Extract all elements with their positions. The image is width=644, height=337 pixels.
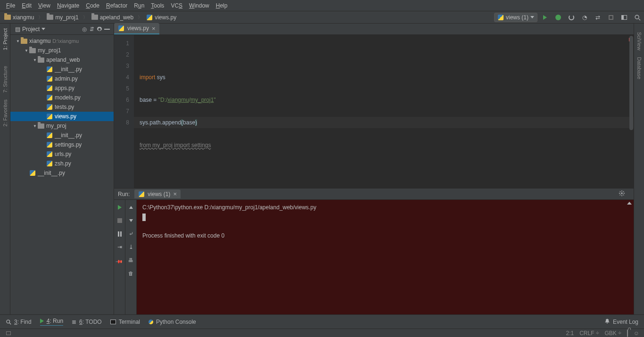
arrow-up-icon[interactable] [627, 202, 632, 205]
menu-view[interactable]: View [35, 0, 54, 11]
debug-button[interactable] [554, 14, 562, 21]
file-settings[interactable]: settings.py [10, 140, 114, 149]
toolwin-favorites[interactable]: 2: Favorites [2, 99, 8, 126]
tree-twisty[interactable] [41, 114, 46, 119]
gear-button[interactable] [619, 190, 625, 198]
project-tree[interactable]: xiangmuD:\xiangmumy_proj1apeland_web__in… [10, 35, 114, 314]
tree-twisty[interactable] [41, 85, 46, 91]
pin-button[interactable] [116, 256, 124, 264]
tree-twisty[interactable] [15, 38, 21, 44]
tree-twisty[interactable] [41, 132, 46, 138]
run-console[interactable]: C:\Python37\python.exe D:/xiangmu/my_pro… [137, 200, 634, 314]
menu-edit[interactable]: Edit [18, 0, 35, 11]
tree-twisty[interactable] [41, 104, 46, 110]
crumb-views-py[interactable]: views.py [136, 14, 178, 21]
editor-scrollbar[interactable] [629, 35, 634, 188]
toolwin-database[interactable]: Database [636, 57, 642, 79]
tree-twisty[interactable] [41, 151, 46, 157]
tool-todo[interactable]: ≣6: TODO [72, 319, 102, 325]
tree-twisty[interactable] [41, 66, 46, 72]
code-line-4[interactable] [140, 106, 628, 117]
file-tests[interactable]: tests.py [10, 102, 114, 112]
close-icon[interactable]: × [173, 190, 177, 197]
editor-tab-views[interactable]: views.py × [114, 23, 159, 34]
up-button[interactable] [127, 204, 135, 211]
editor-body[interactable]: 12345678 import sys base = "D:/xiangmu/m… [114, 35, 634, 188]
project-root[interactable]: xiangmuD:\xiangmu [10, 36, 114, 46]
menu-code[interactable]: Code [83, 0, 103, 11]
code-area[interactable]: import sys base = "D:/xiangmu/my_proj1" … [134, 35, 634, 188]
project-view-selector[interactable]: ▤ Project [13, 25, 47, 33]
menu-run[interactable]: Run [131, 0, 148, 11]
inspection-widget[interactable]: ☺ [634, 330, 639, 337]
attach-button[interactable]: ⇄ [594, 14, 602, 21]
code-line-2[interactable] [140, 83, 628, 94]
folder-myproj[interactable]: my_proj [10, 121, 114, 131]
scroll-to-end-button[interactable]: ⤓ [127, 243, 135, 251]
file-apps[interactable]: apps.py [10, 83, 114, 93]
run-tab[interactable]: views (1) × [134, 189, 181, 198]
crumb-apeland_web[interactable]: apeland_web [82, 14, 135, 21]
tree-twisty[interactable] [41, 161, 46, 166]
run-coverage-button[interactable] [568, 14, 575, 21]
tool-python-console[interactable]: Python Console [149, 319, 196, 325]
soft-wrap-button[interactable]: ⤶ [127, 230, 135, 238]
crumb-xiangmu[interactable]: xiangmu [3, 14, 35, 21]
code-line-5[interactable]: sys.path.append(base) [134, 117, 634, 128]
file-encoding[interactable]: GBK ÷ [604, 330, 621, 337]
file-views[interactable]: views.py [10, 112, 114, 121]
expand-all-button[interactable]: ⇵ [88, 25, 96, 33]
tool-terminal[interactable]: Terminal [110, 319, 140, 325]
code-line-6[interactable] [140, 128, 628, 140]
read-only-toggle[interactable] [627, 330, 628, 337]
caret-position[interactable]: 2:1 [566, 330, 574, 337]
pause-button[interactable] [116, 230, 124, 238]
locate-button[interactable]: ◎ [81, 25, 88, 33]
file-urls[interactable]: urls.py [10, 149, 114, 159]
tool-find[interactable]: 3: Find [6, 319, 32, 325]
menu-navigate[interactable]: Navigate [54, 0, 83, 11]
toolwin-sciview[interactable]: SciView [636, 32, 642, 50]
scroll-thumb[interactable] [629, 36, 633, 130]
folder-myproj1[interactable]: my_proj1 [10, 46, 114, 55]
tree-twisty[interactable] [24, 48, 29, 53]
code-line-3[interactable]: base = "D:/xiangmu/my_proj1" [140, 94, 628, 106]
toolwin-project[interactable]: 1: Project [2, 28, 8, 50]
file-admin[interactable]: admin.py [10, 74, 114, 83]
tree-twisty[interactable] [41, 142, 46, 148]
code-line-8[interactable] [140, 151, 628, 162]
event-log-button[interactable]: Event Log [604, 318, 638, 325]
tree-twisty[interactable] [32, 123, 38, 129]
code-line-1[interactable]: import sys [140, 72, 628, 83]
menu-tools[interactable]: Tools [148, 0, 167, 11]
crumb-my_proj1[interactable]: my_proj1 [37, 14, 80, 21]
menu-help[interactable]: Help [213, 0, 231, 11]
menu-vcs[interactable]: VCS [167, 0, 186, 11]
file-models[interactable]: models.py [10, 93, 114, 102]
tree-twisty[interactable] [41, 95, 46, 100]
stop-button[interactable] [116, 217, 124, 224]
gear-button[interactable] [96, 25, 103, 33]
tree-twisty[interactable] [41, 76, 46, 82]
line-separator[interactable]: CRLF ÷ [579, 330, 599, 337]
clear-button[interactable] [127, 270, 135, 277]
close-icon[interactable]: × [152, 25, 156, 32]
menu-window[interactable]: Window [186, 0, 213, 11]
rerun-button[interactable] [116, 204, 124, 211]
tree-twisty[interactable] [24, 170, 29, 176]
profile-button[interactable]: ◔ [581, 14, 588, 21]
search-button[interactable] [634, 14, 641, 21]
layout-button[interactable] [620, 14, 628, 21]
folder-apeland-web[interactable]: apeland_web [10, 55, 114, 65]
exit-button[interactable]: ⇥ [116, 243, 124, 251]
toolwin-structure[interactable]: 7: Structure [2, 66, 8, 93]
tool-run[interactable]: 4: Run [40, 318, 63, 326]
stop-button[interactable] [607, 14, 615, 21]
tool-windows-toggle[interactable] [5, 331, 12, 335]
file-init[interactable]: __init__.py [10, 65, 114, 74]
print-button[interactable] [127, 256, 135, 264]
down-button[interactable] [127, 217, 135, 224]
file-init2[interactable]: __init__.py [10, 131, 114, 140]
tree-twisty[interactable] [32, 57, 38, 63]
menu-refactor[interactable]: Refactor [103, 0, 131, 11]
